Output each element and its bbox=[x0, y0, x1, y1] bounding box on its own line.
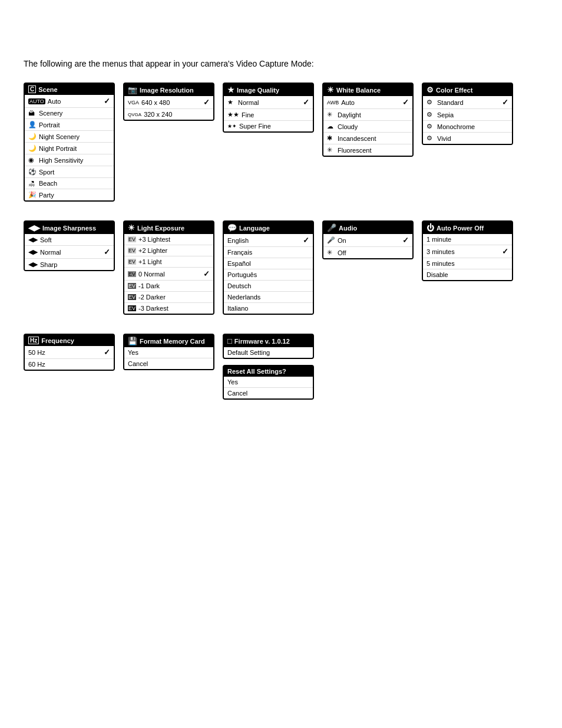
list-item[interactable]: 50 Hz ✓ bbox=[25, 346, 114, 359]
list-item[interactable]: 🏔Scenery bbox=[25, 108, 114, 119]
list-item[interactable]: EV+1 Light bbox=[124, 256, 213, 268]
image-quality-header: ★ Image Quality bbox=[224, 84, 313, 96]
list-item[interactable]: ◀▶Normal ✓ bbox=[25, 246, 114, 259]
list-item[interactable]: ✱Incandescent bbox=[323, 133, 412, 144]
list-item[interactable]: Disable bbox=[423, 269, 512, 280]
auto-power-off-header: ⏻ Auto Power Off bbox=[423, 222, 512, 234]
list-item[interactable]: ⚙Vivid bbox=[423, 133, 512, 144]
list-item[interactable]: 5 minutes bbox=[423, 258, 512, 269]
image-resolution-header: 📷 Image Resolution bbox=[124, 84, 213, 96]
list-item[interactable]: Yes bbox=[224, 377, 313, 388]
light-exposure-header: ☀ Light Exposure bbox=[124, 222, 213, 234]
list-item[interactable]: 🏖Beach bbox=[25, 178, 114, 189]
light-exposure-menu: ☀ Light Exposure EV+3 Lightest EV+2 Ligh… bbox=[123, 220, 214, 315]
frequency-icon: Hz bbox=[28, 337, 39, 344]
list-item[interactable]: Italiano bbox=[224, 303, 313, 314]
list-item[interactable]: ◀▶Soft bbox=[25, 234, 114, 246]
list-item[interactable]: EV+3 Lightest bbox=[124, 234, 213, 245]
list-item[interactable]: Cancel bbox=[224, 388, 313, 398]
scene-header: C Scene bbox=[25, 84, 114, 95]
sharpness-header: ◀▶ Image Sharpness bbox=[25, 222, 114, 234]
quality-icon: ★ bbox=[227, 85, 234, 94]
list-item[interactable]: ✳Off bbox=[323, 247, 412, 258]
list-item[interactable]: 🌙Night Portrait bbox=[25, 143, 114, 154]
color-effect-menu: ⚙ Color Effect ⚙Standard ✓ ⚙Sepia ⚙Monoc… bbox=[422, 83, 513, 145]
sharpness-label: Image Sharpness bbox=[42, 225, 96, 232]
language-menu: 💬 Language English ✓ Français Español Po… bbox=[223, 220, 314, 315]
scene-menu: C Scene AUTOAuto ✓ 🏔Scenery 👤Portrait 🌙N… bbox=[24, 83, 115, 202]
format-memory-card-menu: 💾 Format Memory Card Yes Cancel bbox=[123, 334, 214, 370]
list-item[interactable]: 1 minute bbox=[423, 234, 512, 245]
list-item[interactable]: 3 minutes ✓ bbox=[423, 245, 512, 258]
resolution-icon: 📷 bbox=[128, 85, 137, 94]
sharpness-icon: ◀▶ bbox=[28, 223, 40, 232]
list-item[interactable]: Français bbox=[224, 247, 313, 258]
format-memory-card-label: Format Memory Card bbox=[140, 338, 205, 345]
list-item[interactable]: EV-3 Darkest bbox=[124, 303, 213, 314]
white-balance-label: White Balance bbox=[336, 87, 381, 94]
audio-menu: 🎤 Audio 🎤On ✓ ✳Off bbox=[322, 220, 414, 259]
list-item[interactable]: 🎤On ✓ bbox=[323, 234, 412, 247]
list-item[interactable]: Português bbox=[224, 269, 313, 281]
scene-header-label: Scene bbox=[38, 86, 57, 93]
language-label: Language bbox=[239, 225, 270, 232]
firmware-menu: □ Firmware v. 1.0.12 Default Setting bbox=[223, 334, 314, 359]
image-sharpness-menu: ◀▶ Image Sharpness ◀▶Soft ◀▶Normal ✓ ◀▶S… bbox=[24, 220, 115, 271]
list-item[interactable]: 60 Hz bbox=[25, 359, 114, 370]
list-item[interactable]: ⚙Sepia bbox=[423, 109, 512, 121]
list-item[interactable]: ★★Fine bbox=[224, 109, 313, 121]
auto-power-off-label: Auto Power Off bbox=[437, 225, 484, 232]
firmware-header: □ Firmware v. 1.0.12 bbox=[224, 335, 313, 347]
menus-container: C Scene AUTOAuto ✓ 🏔Scenery 👤Portrait 🌙N… bbox=[24, 83, 538, 409]
list-item[interactable]: ★✦Super Fine bbox=[224, 121, 313, 131]
list-item[interactable]: ⚽Sport bbox=[25, 166, 114, 178]
frequency-header: Hz Frequency bbox=[25, 335, 114, 346]
light-exposure-icon: ☀ bbox=[128, 223, 135, 232]
image-resolution-menu: 📷 Image Resolution VGA640 x 480 ✓ QVGA32… bbox=[123, 83, 214, 121]
list-item[interactable]: ⚙Monochrome bbox=[423, 121, 512, 133]
list-item[interactable]: Español bbox=[224, 258, 313, 269]
list-item[interactable]: Deutsch bbox=[224, 281, 313, 292]
list-item[interactable]: Nederlands bbox=[224, 292, 313, 303]
list-item[interactable]: VGA640 x 480 ✓ bbox=[124, 96, 213, 109]
firmware-reset-stack: □ Firmware v. 1.0.12 Default Setting Res… bbox=[223, 334, 314, 400]
language-items: English ✓ Français Español Português Deu… bbox=[224, 234, 313, 314]
audio-items: 🎤On ✓ ✳Off bbox=[323, 234, 412, 258]
list-item[interactable]: AUTOAuto ✓ bbox=[25, 95, 114, 108]
scene-items: AUTOAuto ✓ 🏔Scenery 👤Portrait 🌙Night Sce… bbox=[25, 95, 114, 200]
list-item[interactable]: EV-1 Dark bbox=[124, 281, 213, 292]
list-item[interactable]: QVGA320 x 240 bbox=[124, 109, 213, 120]
list-item[interactable]: ⚙Standard ✓ bbox=[423, 96, 512, 109]
auto-power-off-icon: ⏻ bbox=[427, 223, 434, 232]
list-item[interactable]: ◀▶Sharp bbox=[25, 259, 114, 270]
intro-text: The following are the menus that appear … bbox=[24, 59, 538, 68]
scene-icon: C bbox=[28, 85, 36, 93]
audio-label: Audio bbox=[339, 225, 357, 232]
list-item[interactable]: Cancel bbox=[124, 358, 213, 369]
list-item[interactable]: EV0 Normal ✓ bbox=[124, 268, 213, 281]
list-item[interactable]: 👤Portrait bbox=[25, 119, 114, 131]
language-header: 💬 Language bbox=[224, 222, 313, 234]
row2: ◀▶ Image Sharpness ◀▶Soft ◀▶Normal ✓ ◀▶S… bbox=[24, 220, 538, 315]
list-item[interactable]: ☁Cloudy bbox=[323, 121, 412, 133]
list-item[interactable]: ★Normal ✓ bbox=[224, 96, 313, 109]
list-item[interactable]: 🎉Party bbox=[25, 189, 114, 200]
format-icon: 💾 bbox=[128, 337, 137, 345]
list-item[interactable]: English ✓ bbox=[224, 234, 313, 247]
frequency-menu: Hz Frequency 50 Hz ✓ 60 Hz bbox=[24, 334, 115, 371]
reset-items: Yes Cancel bbox=[224, 377, 313, 398]
firmware-items: Default Setting bbox=[224, 347, 313, 358]
language-icon: 💬 bbox=[227, 223, 237, 232]
list-item[interactable]: Default Setting bbox=[224, 347, 313, 358]
list-item[interactable]: ✳Daylight bbox=[323, 109, 412, 121]
list-item[interactable]: AWBAuto ✓ bbox=[323, 96, 412, 109]
list-item[interactable]: 🌙Night Scenery bbox=[25, 131, 114, 143]
audio-header: 🎤 Audio bbox=[323, 222, 412, 234]
image-quality-label: Image Quality bbox=[237, 87, 279, 94]
color-effect-header: ⚙ Color Effect bbox=[423, 84, 512, 96]
list-item[interactable]: ◉High Sensitivity bbox=[25, 154, 114, 166]
list-item[interactable]: EV+2 Lighter bbox=[124, 245, 213, 256]
list-item[interactable]: EV-2 Darker bbox=[124, 292, 213, 303]
list-item[interactable]: Yes bbox=[124, 347, 213, 358]
list-item[interactable]: ✳Fluorescent bbox=[323, 144, 412, 156]
